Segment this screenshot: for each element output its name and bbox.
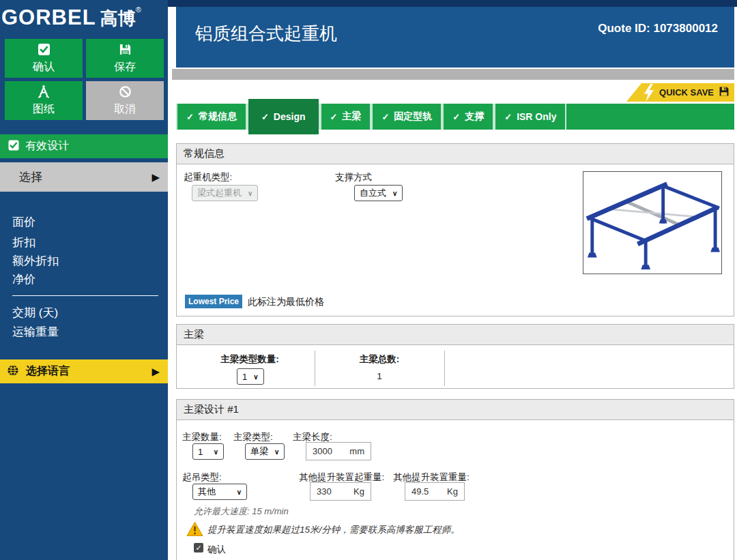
- section-general-info: 常规信息 起重机类型: 梁式起重机 ∨ 支撑方式 自立式 ∨ Lowest Pr…: [176, 143, 734, 316]
- confirm-checkbox-label: 确认: [207, 544, 226, 556]
- floppy-icon: [719, 86, 729, 99]
- girder-type-select[interactable]: 单梁 ∨: [245, 443, 285, 460]
- other-hoist-weight-input[interactable]: 49.5 Kg: [405, 482, 465, 501]
- drawings-button[interactable]: 图纸: [5, 81, 83, 120]
- registered-mark: ®: [136, 5, 141, 14]
- hoist-type-value: 其他: [198, 486, 216, 498]
- check-icon: ✓: [195, 544, 201, 552]
- checkbox-check-icon: [38, 43, 50, 59]
- tab-support[interactable]: ✓ 支撑: [444, 104, 493, 130]
- tab-label: ISR Only: [517, 111, 556, 122]
- max-speed-note: 允许最大速度: 15 m/min: [194, 505, 289, 518]
- page-header: 铝质组合式起重机 Quote ID: 1073800012: [176, 7, 734, 68]
- girder-qty-select[interactable]: 1 ∨: [192, 443, 224, 460]
- sidebar-item-lead-time[interactable]: 交期 (天): [12, 305, 58, 321]
- girder-type-count-value: 1: [242, 372, 247, 382]
- chevron-down-icon: ∨: [392, 190, 397, 197]
- floppy-icon: [119, 43, 132, 59]
- save-button[interactable]: 保存: [86, 39, 164, 78]
- language-select-banner[interactable]: 选择语言 ▶: [0, 359, 168, 383]
- check-icon: ✓: [381, 112, 389, 122]
- girder-qty-value: 1: [198, 447, 203, 457]
- tab-design[interactable]: ✓ Design: [248, 99, 319, 134]
- other-hoist-weight-value: 49.5: [411, 486, 429, 497]
- sidebar-item-net-price[interactable]: 净价: [12, 271, 35, 287]
- lowest-price-note: 此标注为最低价格: [248, 296, 324, 308]
- check-icon: ✓: [452, 112, 460, 122]
- girder-length-unit: mm: [349, 446, 364, 456]
- sidebar-button-grid: 确认 保存 图纸 取消: [5, 39, 164, 120]
- column-divider: [315, 351, 315, 386]
- other-hoist-weight-unit: Kg: [447, 486, 458, 497]
- tab-bar: ✓ 常规信息 ✓ Design ✓ 主梁 ✓ 固定型轨 ✓ 支撑 ✓ ISR O…: [176, 104, 734, 130]
- girder-qty-label: 主梁数量:: [182, 431, 222, 443]
- girder-type-count-select[interactable]: 1 ∨: [237, 368, 264, 385]
- section-general-info-title: 常规信息: [177, 144, 734, 164]
- logo-text-en: GORBEL: [1, 5, 96, 29]
- tab-label: 固定型轨: [394, 110, 432, 123]
- crane-type-value: 梁式起重机: [197, 187, 242, 199]
- select-menu[interactable]: 选择 ▶: [0, 162, 168, 192]
- tab-label: 常规信息: [199, 110, 237, 123]
- section-girder: 主梁 主梁类型数量: 1 ∨ 主梁总数: 1: [176, 324, 734, 389]
- hoist-type-label: 起吊类型:: [182, 471, 222, 484]
- drawings-button-label: 图纸: [33, 102, 55, 117]
- valid-design-banner[interactable]: 有效设计: [0, 134, 168, 158]
- chevron-down-icon: ∨: [237, 488, 242, 496]
- sidebar-item-list-price[interactable]: 面价: [12, 214, 35, 230]
- confirm-button-label: 确认: [33, 60, 55, 74]
- check-icon: ✓: [186, 112, 194, 122]
- crane-type-label: 起重机类型:: [184, 171, 232, 183]
- tab-girder[interactable]: ✓ 主梁: [321, 104, 371, 130]
- chevron-down-icon: ∨: [253, 373, 258, 381]
- column-divider: [444, 351, 445, 386]
- check-icon: ✓: [261, 112, 269, 122]
- sidebar-item-discount[interactable]: 折扣: [12, 235, 35, 250]
- sidebar-divider: [12, 295, 158, 296]
- tab-label: 支撑: [465, 110, 484, 123]
- cancel-button-label: 取消: [114, 102, 136, 117]
- arrow-right-icon: ▶: [151, 171, 160, 183]
- warning-triangle-icon: [186, 521, 203, 540]
- other-hoist-capacity-value: 330: [317, 486, 332, 497]
- gorbel-logo: GORBEL高博®: [1, 5, 167, 31]
- chevron-down-icon: ∨: [248, 190, 252, 197]
- girder-type-label: 主梁类型:: [233, 431, 273, 443]
- cancel-button[interactable]: 取消: [86, 81, 164, 120]
- globe-icon: [7, 364, 19, 379]
- sidebar: GORBEL高博® 确认 保存 图纸 取消: [0, 0, 168, 560]
- compass-icon: [37, 85, 50, 101]
- girder-length-value: 3000: [313, 446, 332, 456]
- other-hoist-capacity-input[interactable]: 330 Kg: [310, 482, 371, 501]
- lowest-price-badge: Lowest Price: [185, 295, 242, 308]
- confirm-checkbox[interactable]: ✓: [194, 543, 203, 552]
- tab-fixed-rail[interactable]: ✓ 固定型轨: [373, 104, 441, 130]
- crane-preview-image: [583, 171, 722, 274]
- section-girder-design-1: 主梁设计 #1 主梁数量: 主梁类型: 主梁长度: 1 ∨ 单梁 ∨ 3000 …: [176, 399, 734, 560]
- girder-total-label: 主梁总数:: [338, 353, 420, 366]
- support-mode-select[interactable]: 自立式 ∨: [354, 185, 403, 201]
- support-mode-value: 自立式: [360, 187, 386, 199]
- sidebar-item-shipping-weight[interactable]: 运输重量: [12, 324, 59, 340]
- chevron-down-icon: ∨: [214, 448, 218, 456]
- tab-label: Design: [274, 111, 306, 122]
- crane-type-select[interactable]: 梁式起重机 ∨: [192, 185, 258, 201]
- valid-design-label: 有效设计: [25, 139, 69, 153]
- header-gray-strip: [172, 69, 734, 80]
- hoist-type-select[interactable]: 其他 ∨: [192, 484, 247, 500]
- arrow-right-icon: ▶: [151, 366, 160, 378]
- top-navy-strip: [168, 0, 737, 7]
- check-icon: ✓: [504, 112, 512, 122]
- select-menu-label: 选择: [19, 169, 42, 185]
- quote-id: Quote ID: 1073800012: [598, 22, 718, 35]
- quick-save-label: QUICK SAVE: [659, 87, 714, 98]
- save-button-label: 保存: [114, 60, 136, 74]
- confirm-button[interactable]: 确认: [5, 39, 83, 78]
- freestanding-crane-drawing: [584, 173, 721, 273]
- girder-type-count-label: 主梁类型数量:: [205, 353, 294, 366]
- tab-general-info[interactable]: ✓ 常规信息: [177, 104, 246, 130]
- girder-length-input[interactable]: 3000 mm: [306, 442, 371, 460]
- quick-save-button[interactable]: QUICK SAVE: [626, 83, 734, 102]
- tab-isr-only[interactable]: ✓ ISR Only: [495, 104, 565, 130]
- sidebar-item-extra-discount[interactable]: 额外折扣: [12, 253, 59, 269]
